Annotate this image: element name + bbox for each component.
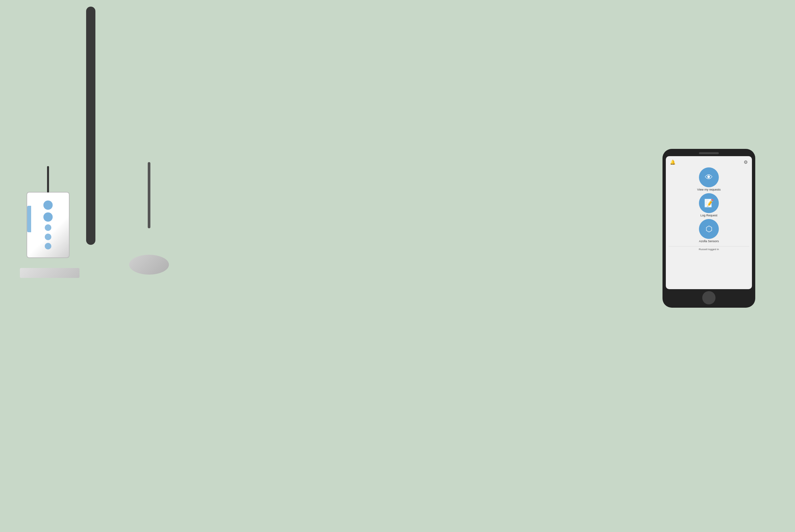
phone-app-sensors[interactable]: ⬡ Azolla Sensors xyxy=(668,219,749,243)
edit-icon: 📝 xyxy=(704,198,714,208)
sensors-label: Azolla Sensors xyxy=(699,240,719,243)
device-stripe xyxy=(27,206,31,232)
device-antenna xyxy=(47,166,49,193)
device-dot xyxy=(43,201,53,210)
phone-app-view-requests[interactable]: 👁 View my requests xyxy=(668,167,749,191)
phone-gear-icon: ⚙ xyxy=(744,159,748,165)
sensors-button[interactable]: ⬡ xyxy=(699,219,719,239)
view-requests-button[interactable]: 👁 xyxy=(699,167,719,187)
phone-user-label: Russell logged in xyxy=(668,246,749,251)
phone-speaker xyxy=(699,152,719,154)
eye-icon: 👁 xyxy=(705,173,713,182)
device-dot-small xyxy=(45,233,51,240)
antenna-rod xyxy=(148,162,150,228)
antenna-stand xyxy=(123,162,176,274)
sensors-icon: ⬡ xyxy=(706,224,712,233)
phone-top-icons: 🔔 ⚙ xyxy=(668,159,749,166)
log-request-label: Log Request xyxy=(700,214,717,217)
log-request-button[interactable]: 📝 xyxy=(699,193,719,213)
phone-app-log-request[interactable]: 📝 Log Request xyxy=(668,193,749,217)
antenna-base xyxy=(129,255,169,274)
device-body xyxy=(26,192,70,258)
phone-screen: 🔔 ⚙ 👁 View my requests 📝 Log Request ⬡ xyxy=(666,156,752,289)
mobile-phone: 🔔 ⚙ 👁 View my requests 📝 Log Request ⬡ xyxy=(663,149,755,308)
device-base xyxy=(20,268,79,278)
iot-device xyxy=(20,192,93,278)
device-dot-small xyxy=(45,224,51,231)
device-dot-small xyxy=(45,243,51,249)
view-requests-label: View my requests xyxy=(697,188,721,191)
phone-home-button[interactable] xyxy=(702,291,716,304)
phone-body: 🔔 ⚙ 👁 View my requests 📝 Log Request ⬡ xyxy=(663,149,755,308)
phone-bell-icon: 🔔 xyxy=(670,159,675,165)
device-dot xyxy=(43,212,53,222)
